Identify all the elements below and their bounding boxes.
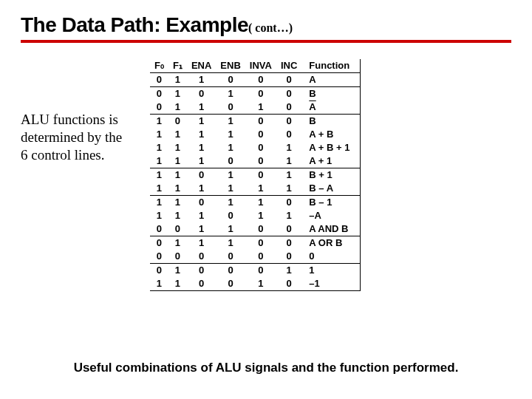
table-cell: 1 bbox=[187, 236, 216, 250]
table-cell: 1 bbox=[276, 264, 301, 278]
table-cell: 1 bbox=[216, 128, 245, 141]
table-cell: 1 bbox=[245, 100, 276, 115]
table-cell: 1 bbox=[216, 141, 245, 154]
table-row: 011000A bbox=[150, 73, 361, 87]
table-cell: 0 bbox=[187, 250, 216, 264]
table-cell: 1 bbox=[150, 182, 168, 196]
table-cell: 1 bbox=[216, 182, 245, 196]
table-cell: 1 bbox=[301, 264, 361, 278]
table-cell: 1 bbox=[168, 73, 187, 87]
table-row: 111011–A bbox=[150, 209, 361, 222]
table-cell: 1 bbox=[150, 168, 168, 183]
table-row: 010100B bbox=[150, 87, 361, 101]
alu-table-head: F₀F₁ENAENBINVAINCFunction bbox=[150, 59, 361, 73]
table-row: 110010–1 bbox=[150, 277, 361, 291]
table-cell: 0 bbox=[276, 73, 301, 87]
table-cell: 1 bbox=[150, 196, 168, 210]
table-cell: 1 bbox=[168, 264, 187, 278]
table-cell: 1 bbox=[168, 209, 187, 222]
col-header: Function bbox=[301, 59, 361, 73]
col-header: INVA bbox=[245, 59, 276, 73]
table-cell: 1 bbox=[168, 87, 187, 101]
table-cell: 0 bbox=[245, 250, 276, 264]
table-row: 001100A AND B bbox=[150, 222, 361, 236]
table-cell: A OR B bbox=[301, 236, 361, 250]
table-row: 111001A + 1 bbox=[150, 154, 361, 168]
table-row: 0000000 bbox=[150, 250, 361, 264]
table-cell: 1 bbox=[187, 115, 216, 129]
table-cell: 1 bbox=[216, 236, 245, 250]
table-cell: 1 bbox=[245, 277, 276, 291]
col-header: ENA bbox=[187, 59, 216, 73]
table-cell: 1 bbox=[216, 115, 245, 129]
table-cell: 0 bbox=[168, 250, 187, 264]
table-cell: 0 bbox=[187, 264, 216, 278]
table-cell: 0 bbox=[301, 250, 361, 264]
table-cell: 1 bbox=[168, 141, 187, 154]
table-row: 011010A bbox=[150, 100, 361, 115]
table-cell: 0 bbox=[245, 264, 276, 278]
table-cell: 1 bbox=[187, 182, 216, 196]
title-underline bbox=[21, 40, 511, 43]
table-cell: 0 bbox=[276, 100, 301, 115]
table-cell: 1 bbox=[276, 154, 301, 168]
table-cell: 1 bbox=[216, 87, 245, 101]
table-cell: –A bbox=[301, 209, 361, 222]
table-cell: 0 bbox=[168, 222, 187, 236]
side-text: ALU functions is determined by the 6 con… bbox=[21, 111, 124, 163]
table-cell: 0 bbox=[187, 87, 216, 101]
table-cell: 0 bbox=[216, 264, 245, 278]
caption: Useful combinations of ALU signals and t… bbox=[0, 360, 532, 375]
table-cell: 1 bbox=[168, 154, 187, 168]
table-cell: 1 bbox=[187, 222, 216, 236]
table-cell: 0 bbox=[216, 250, 245, 264]
table-cell: 1 bbox=[187, 209, 216, 222]
table-cell: 0 bbox=[216, 209, 245, 222]
table-cell: 0 bbox=[276, 236, 301, 250]
table-row: 0100011 bbox=[150, 264, 361, 278]
table-cell: B + 1 bbox=[301, 168, 361, 183]
table-cell: 0 bbox=[216, 277, 245, 291]
table-cell: 1 bbox=[150, 277, 168, 291]
table-cell: A + 1 bbox=[301, 154, 361, 168]
table-cell: 1 bbox=[276, 168, 301, 183]
table-cell: B – A bbox=[301, 182, 361, 196]
table-row: 101100B bbox=[150, 115, 361, 129]
table-cell: 1 bbox=[276, 209, 301, 222]
table-row: 111111B – A bbox=[150, 182, 361, 196]
table-cell: 1 bbox=[216, 196, 245, 210]
col-header: INC bbox=[276, 59, 301, 73]
col-header: F₁ bbox=[168, 59, 187, 73]
table-cell: 0 bbox=[245, 115, 276, 129]
table-cell: 0 bbox=[150, 100, 168, 115]
table-row: 110110B – 1 bbox=[150, 196, 361, 210]
table-cell: 1 bbox=[150, 154, 168, 168]
table-cell: 0 bbox=[187, 168, 216, 183]
title-main: The Data Path: Example bbox=[21, 13, 248, 36]
table-cell: 1 bbox=[276, 141, 301, 154]
slide-title: The Data Path: Example( cont…) bbox=[21, 13, 511, 37]
table-cell: 0 bbox=[245, 128, 276, 141]
table-cell: B bbox=[301, 115, 361, 129]
table-cell: 0 bbox=[150, 236, 168, 250]
table-cell: 0 bbox=[245, 222, 276, 236]
table-cell: 0 bbox=[276, 277, 301, 291]
table-cell: 0 bbox=[276, 222, 301, 236]
table-cell: 0 bbox=[245, 87, 276, 101]
col-header: ENB bbox=[216, 59, 245, 73]
table-row: 110101B + 1 bbox=[150, 168, 361, 183]
table-cell: 0 bbox=[150, 222, 168, 236]
table-cell: B – 1 bbox=[301, 196, 361, 210]
table-cell: 1 bbox=[168, 182, 187, 196]
table-cell: 1 bbox=[276, 182, 301, 196]
table-cell: 0 bbox=[245, 73, 276, 87]
table-cell: 1 bbox=[187, 154, 216, 168]
table-cell: 1 bbox=[150, 209, 168, 222]
table-cell: 1 bbox=[216, 222, 245, 236]
table-cell: –1 bbox=[301, 277, 361, 291]
table-cell: 0 bbox=[245, 154, 276, 168]
table-cell: 1 bbox=[168, 128, 187, 141]
table-cell: 0 bbox=[245, 168, 276, 183]
table-cell: 0 bbox=[276, 87, 301, 101]
table-cell: A bbox=[301, 100, 361, 115]
